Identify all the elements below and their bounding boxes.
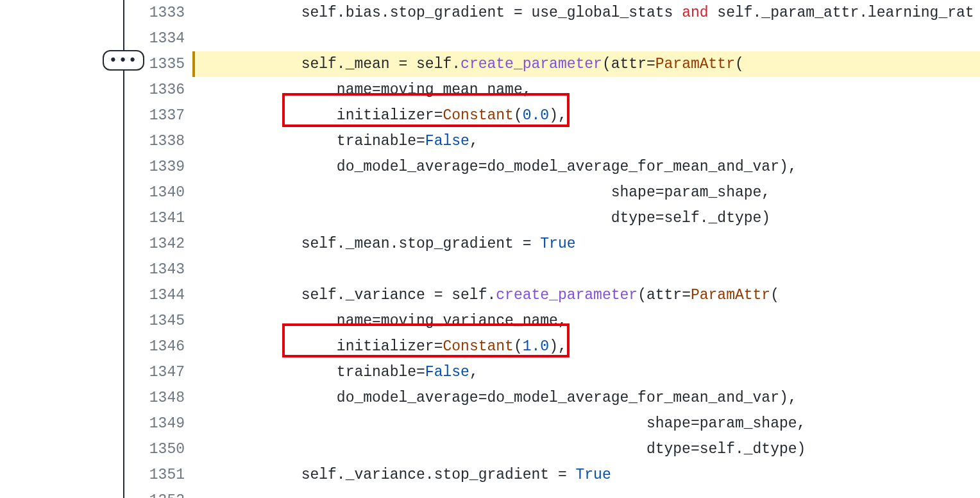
code-line[interactable]: 1341 dtype=self._dtype): [0, 205, 980, 231]
code-line[interactable]: 1344 self._variance = self.create_parame…: [0, 282, 980, 308]
line-number[interactable]: 1333: [0, 0, 192, 26]
code-line[interactable]: 1336 name=moving_mean_name,: [0, 77, 980, 103]
code-content[interactable]: shape=param_shape,: [192, 411, 980, 436]
code-content[interactable]: [192, 488, 980, 498]
line-number[interactable]: 1343: [0, 257, 192, 282]
code-content[interactable]: name=moving_mean_name,: [192, 77, 980, 103]
code-line[interactable]: 1348 do_model_average=do_model_average_f…: [0, 385, 980, 411]
code-line[interactable]: 1345 name=moving_variance_name,: [0, 308, 980, 334]
code-content[interactable]: do_model_average=do_model_average_for_me…: [192, 154, 980, 180]
line-number[interactable]: 1349: [0, 411, 192, 436]
line-number[interactable]: 1348: [0, 385, 192, 411]
line-number[interactable]: 1342: [0, 231, 192, 257]
line-number[interactable]: 1340: [0, 180, 192, 205]
code-line[interactable]: 1333 self.bias.stop_gradient = use_globa…: [0, 0, 980, 26]
line-number[interactable]: 1336: [0, 77, 192, 103]
code-line[interactable]: 1347 trainable=False,: [0, 359, 980, 385]
code-content[interactable]: do_model_average=do_model_average_for_me…: [192, 385, 980, 411]
code-line[interactable]: 1346 initializer=Constant(1.0),: [0, 334, 980, 359]
line-number[interactable]: 1351: [0, 462, 192, 488]
code-content[interactable]: trainable=False,: [192, 128, 980, 154]
code-content[interactable]: trainable=False,: [192, 359, 980, 385]
line-number[interactable]: 1339: [0, 154, 192, 180]
code-content[interactable]: self._mean = self.create_parameter(attr=…: [192, 51, 980, 77]
code-line[interactable]: 1337 initializer=Constant(0.0),: [0, 103, 980, 128]
code-content[interactable]: name=moving_variance_name,: [192, 308, 980, 334]
code-content[interactable]: initializer=Constant(0.0),: [192, 103, 980, 128]
code-content[interactable]: shape=param_shape,: [192, 180, 980, 205]
code-content[interactable]: self.bias.stop_gradient = use_global_sta…: [192, 0, 980, 26]
code-line[interactable]: 1334: [0, 26, 980, 51]
line-number[interactable]: 1341: [0, 205, 192, 231]
line-number[interactable]: 1352: [0, 488, 192, 498]
line-number[interactable]: 1334: [0, 26, 192, 51]
code-content[interactable]: self._variance.stop_gradient = True: [192, 462, 980, 488]
code-content[interactable]: [192, 257, 980, 282]
code-content[interactable]: dtype=self._dtype): [192, 205, 980, 231]
code-content[interactable]: self._variance = self.create_parameter(a…: [192, 282, 980, 308]
code-content[interactable]: initializer=Constant(1.0),: [192, 334, 980, 359]
code-content[interactable]: dtype=self._dtype): [192, 436, 980, 462]
line-number[interactable]: 1335: [0, 51, 192, 77]
expand-ellipsis-button[interactable]: •••: [103, 50, 144, 71]
code-line[interactable]: 1349 shape=param_shape,: [0, 411, 980, 436]
line-number[interactable]: 1350: [0, 436, 192, 462]
code-content[interactable]: [192, 26, 980, 51]
code-line[interactable]: 1350 dtype=self._dtype): [0, 436, 980, 462]
line-number[interactable]: 1344: [0, 282, 192, 308]
code-content[interactable]: self._mean.stop_gradient = True: [192, 231, 980, 257]
line-number[interactable]: 1346: [0, 334, 192, 359]
code-line[interactable]: 1342 self._mean.stop_gradient = True: [0, 231, 980, 257]
code-line[interactable]: 1340 shape=param_shape,: [0, 180, 980, 205]
code-line[interactable]: 1339 do_model_average=do_model_average_f…: [0, 154, 980, 180]
code-line[interactable]: 1352: [0, 488, 980, 498]
line-number[interactable]: 1345: [0, 308, 192, 334]
code-line[interactable]: 1335 self._mean = self.create_parameter(…: [0, 51, 980, 77]
line-number[interactable]: 1338: [0, 128, 192, 154]
line-number[interactable]: 1347: [0, 359, 192, 385]
code-line[interactable]: 1351 self._variance.stop_gradient = True: [0, 462, 980, 488]
highlight-marker: [192, 51, 195, 77]
code-line[interactable]: 1338 trainable=False,: [0, 128, 980, 154]
code-viewer: ••• 1333 self.bias.stop_gradient = use_g…: [0, 0, 980, 498]
code-line[interactable]: 1343: [0, 257, 980, 282]
line-number[interactable]: 1337: [0, 103, 192, 128]
